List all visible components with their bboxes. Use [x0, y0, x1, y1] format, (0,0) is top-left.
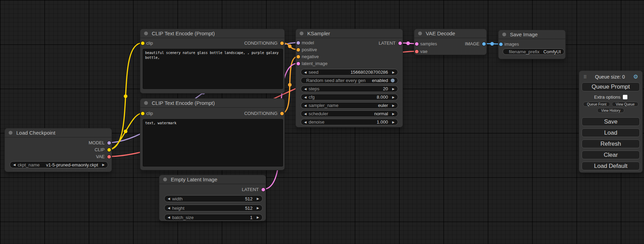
node-title-bar[interactable]: Load Checkpoint [5, 128, 112, 137]
widget-cfg[interactable]: ◀cfg8.000▶ [301, 94, 398, 100]
node-title-bar[interactable]: KSampler [296, 29, 403, 38]
link-midpoint-dot[interactable] [406, 42, 410, 45]
widget-sampler-name[interactable]: ◀sampler_nameeuler▶ [301, 102, 398, 109]
increment-arrow-icon[interactable]: ▶ [257, 197, 259, 200]
decrement-arrow-icon[interactable]: ◀ [304, 71, 307, 74]
widget-value: enabled [372, 78, 388, 83]
node-title-text: Empty Latent Image [171, 177, 217, 182]
output-port-clip[interactable] [107, 148, 111, 152]
link-midpoint-dot[interactable] [288, 83, 291, 87]
increment-arrow-icon[interactable]: ▶ [392, 104, 395, 107]
node-load-checkpoint[interactable]: Load CheckpointMODELCLIPVAE◀ckpt_namev1-… [5, 128, 112, 172]
increment-arrow-icon[interactable]: ▶ [392, 112, 395, 116]
clear-button[interactable]: Clear [582, 151, 640, 159]
input-port-clip[interactable] [141, 112, 144, 115]
decrement-arrow-icon[interactable]: ◀ [168, 197, 170, 200]
node-clip-text-encode-prompt[interactable]: CLIP Text Encode (Prompt)clipCONDITIONIN… [140, 29, 285, 93]
link-midpoint-dot[interactable] [288, 44, 291, 48]
node-ksampler[interactable]: KSamplermodelpositivenegativelatent_imag… [295, 29, 403, 127]
node-vae-decode[interactable]: VAE DecodesamplesvaeIMAGE [414, 29, 487, 55]
increment-arrow-icon[interactable]: ▶ [392, 120, 395, 124]
input-port-positive[interactable] [297, 48, 300, 52]
refresh-button[interactable]: Refresh [582, 139, 640, 148]
node-clip-text-encode-prompt[interactable]: CLIP Text Encode (Prompt)clipCONDITIONIN… [140, 98, 285, 170]
increment-arrow-icon[interactable]: ▶ [102, 163, 105, 166]
node-empty-latent-image[interactable]: Empty Latent ImageLATENT◀width512▶◀heigh… [159, 175, 266, 221]
input-label-latent-image: latent_image [302, 61, 327, 66]
increment-arrow-icon[interactable]: ▶ [257, 206, 259, 210]
node-title-text: KSampler [307, 30, 330, 36]
collapse-dot-icon[interactable] [300, 31, 303, 35]
drag-handle-icon[interactable]: ⠿ [583, 75, 587, 79]
decrement-arrow-icon[interactable]: ◀ [304, 112, 307, 116]
output-port-latent[interactable] [262, 188, 265, 191]
widget-scheduler[interactable]: ◀schedulernormal▶ [301, 110, 398, 117]
input-port-vae[interactable] [415, 50, 418, 53]
increment-arrow-icon[interactable]: ▶ [392, 87, 395, 91]
decrement-arrow-icon[interactable]: ◀ [168, 216, 170, 219]
save-button[interactable]: Save [582, 117, 640, 126]
increment-arrow-icon[interactable]: ▶ [392, 71, 395, 74]
input-port-images[interactable] [499, 43, 503, 46]
output-port-latent[interactable] [398, 42, 402, 45]
widget-batch-size[interactable]: ◀batch_size1▶ [164, 214, 263, 221]
input-port-samples[interactable] [415, 42, 418, 46]
widget-ckpt-name[interactable]: ◀ckpt_namev1-5-pruned-emaonly.ckpt▶ [10, 161, 108, 168]
queue-prompt-button[interactable]: Queue Prompt [582, 82, 640, 91]
widget-random-seed-after-every-gen[interactable]: Random seed after every genenabled [301, 77, 398, 84]
node-title-bar[interactable]: CLIP Text Encode (Prompt) [140, 99, 284, 108]
output-port-model[interactable] [107, 141, 111, 145]
widget-filename-prefix[interactable]: filename_prefixComfyUI [503, 48, 564, 55]
extra-options-checkbox[interactable] [623, 95, 627, 99]
load-button[interactable]: Load [582, 128, 640, 137]
gear-icon[interactable]: ⚙ [633, 74, 638, 80]
widget-seed[interactable]: ◀seed156680208700286▶ [301, 69, 398, 75]
node-title-bar[interactable]: VAE Decode [414, 29, 486, 38]
collapse-dot-icon[interactable] [163, 178, 167, 181]
collapse-dot-icon[interactable] [9, 131, 12, 135]
output-port-conditioning[interactable] [280, 112, 284, 115]
decrement-arrow-icon[interactable]: ◀ [304, 104, 307, 107]
widget-denoise[interactable]: ◀denoise1.000▶ [301, 119, 398, 125]
widget-value: v1-5-pruned-emaonly.ckpt [46, 162, 98, 168]
output-port-vae[interactable] [107, 155, 111, 159]
input-port-negative[interactable] [297, 55, 300, 58]
widget-width[interactable]: ◀width512▶ [164, 195, 263, 202]
prompt-textarea[interactable] [143, 49, 283, 89]
node-title-bar[interactable]: Save Image [499, 30, 565, 39]
collapse-dot-icon[interactable] [144, 101, 148, 105]
input-port-latent-image[interactable] [297, 62, 300, 65]
collapse-dot-icon[interactable] [502, 33, 506, 36]
collapse-dot-icon[interactable] [144, 31, 148, 35]
widget-steps[interactable]: ◀steps20▶ [301, 85, 398, 92]
view-queue-button[interactable]: View Queue [612, 102, 638, 107]
widget-height[interactable]: ◀height512▶ [164, 205, 263, 211]
widget-value: normal [374, 111, 388, 116]
link-midpoint-dot[interactable] [490, 42, 494, 45]
prompt-textarea[interactable] [143, 119, 283, 166]
load-default-button[interactable]: Load Default [582, 162, 640, 170]
node-graph-canvas[interactable]: Load CheckpointMODELCLIPVAE◀ckpt_namev1-… [0, 0, 644, 244]
decrement-arrow-icon[interactable]: ◀ [13, 163, 16, 166]
link-midpoint-dot[interactable] [124, 129, 127, 133]
decrement-arrow-icon[interactable]: ◀ [168, 206, 170, 210]
link-midpoint-dot[interactable] [124, 94, 127, 98]
node-title-bar[interactable]: Empty Latent Image [159, 175, 266, 184]
output-label-conditioning: CONDITIONING [244, 40, 277, 46]
toggle-dot[interactable] [391, 79, 395, 82]
widget-label: ckpt_name [18, 162, 40, 168]
node-title-bar[interactable]: CLIP Text Encode (Prompt) [140, 29, 284, 38]
decrement-arrow-icon[interactable]: ◀ [304, 96, 307, 99]
input-port-clip[interactable] [141, 42, 144, 45]
view-history-button[interactable]: View History [597, 108, 624, 113]
increment-arrow-icon[interactable]: ▶ [257, 216, 259, 219]
output-port-conditioning[interactable] [280, 42, 284, 45]
queue-front-button[interactable]: Queue Front [583, 102, 610, 107]
increment-arrow-icon[interactable]: ▶ [392, 96, 395, 99]
output-port-image[interactable] [482, 42, 486, 46]
decrement-arrow-icon[interactable]: ◀ [304, 87, 307, 91]
node-save-image[interactable]: Save Imageimagesfilename_prefixComfyUI [498, 30, 566, 59]
collapse-dot-icon[interactable] [418, 31, 422, 35]
input-port-model[interactable] [297, 41, 300, 45]
decrement-arrow-icon[interactable]: ◀ [304, 120, 307, 124]
